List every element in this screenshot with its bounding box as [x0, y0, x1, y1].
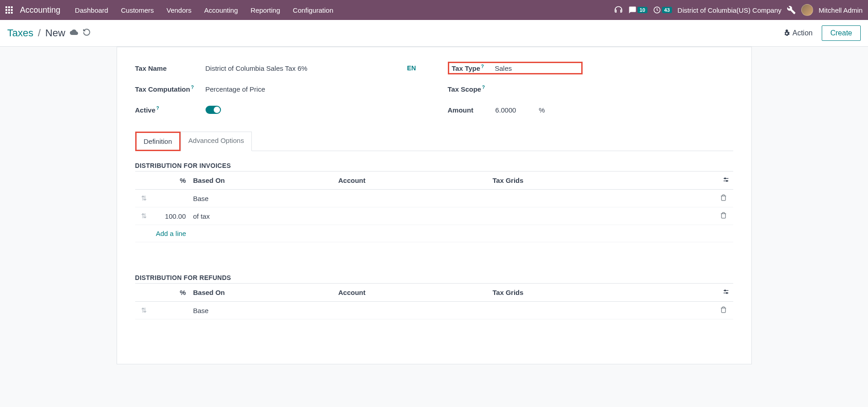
- tax-type-value[interactable]: Sales: [495, 64, 512, 72]
- messages-badge: 10: [638, 7, 647, 13]
- activities-badge: 43: [662, 7, 672, 13]
- nav-menu: Dashboard Customers Vendors Accounting R…: [69, 3, 338, 18]
- tax-type-label: Tax Type?: [452, 64, 495, 72]
- messages-icon[interactable]: 10: [628, 6, 647, 14]
- tab-advanced[interactable]: Advanced Options: [181, 132, 252, 151]
- nav-configuration[interactable]: Configuration: [287, 3, 338, 18]
- col-percent: %: [153, 172, 190, 190]
- col-based-on: Based On: [190, 172, 335, 190]
- table-row[interactable]: ⇅ Base: [135, 190, 733, 207]
- row-based-on[interactable]: Base: [190, 302, 335, 319]
- refunds-section-title: DISTRIBUTION FOR REFUNDS: [135, 274, 733, 284]
- row-tax-grids[interactable]: [489, 190, 711, 207]
- col-account: Account: [335, 284, 489, 302]
- col-based-on: Based On: [190, 284, 335, 302]
- svg-point-4: [726, 180, 727, 181]
- activities-icon[interactable]: 43: [653, 6, 672, 14]
- row-account[interactable]: [335, 190, 489, 207]
- col-percent: %: [153, 284, 190, 302]
- help-icon[interactable]: ?: [157, 106, 159, 111]
- tax-computation-value[interactable]: Percentage of Price: [206, 85, 265, 93]
- amount-unit: %: [539, 106, 544, 114]
- control-panel: Taxes / New Action Create: [0, 20, 868, 47]
- drag-handle-icon[interactable]: ⇅: [135, 190, 153, 207]
- row-tax-grids[interactable]: [489, 302, 711, 319]
- row-account[interactable]: [335, 207, 489, 225]
- form-sheet: Tax Name District of Columbia Sales Tax …: [117, 47, 752, 364]
- svg-point-3: [724, 178, 726, 179]
- discard-icon[interactable]: [83, 28, 91, 38]
- col-account: Account: [335, 172, 489, 190]
- delete-row-icon[interactable]: [720, 195, 727, 202]
- drag-handle-icon[interactable]: ⇅: [135, 207, 153, 225]
- create-button[interactable]: Create: [822, 25, 861, 41]
- debug-icon[interactable]: [787, 5, 796, 15]
- breadcrumb-sep: /: [38, 27, 41, 39]
- invoices-section-title: DISTRIBUTION FOR INVOICES: [135, 162, 733, 172]
- apps-icon[interactable]: [5, 6, 13, 14]
- breadcrumb-current: New: [45, 27, 65, 39]
- action-label: Action: [793, 29, 813, 37]
- delete-row-icon[interactable]: [720, 307, 727, 314]
- breadcrumb-parent[interactable]: Taxes: [7, 27, 33, 39]
- breadcrumb: Taxes / New: [7, 27, 65, 39]
- active-label: Active?: [135, 106, 206, 114]
- refunds-table: % Based On Account Tax Grids ⇅ Base: [135, 284, 733, 319]
- row-tax-grids[interactable]: [489, 207, 711, 225]
- save-cloud-icon[interactable]: [70, 28, 78, 38]
- active-toggle[interactable]: [206, 106, 221, 114]
- support-icon[interactable]: [614, 5, 623, 15]
- help-icon[interactable]: ?: [191, 85, 194, 90]
- nav-accounting[interactable]: Accounting: [199, 3, 243, 18]
- svg-point-7: [724, 290, 726, 291]
- amount-value[interactable]: 6.0000: [495, 106, 516, 114]
- row-account[interactable]: [335, 302, 489, 319]
- drag-handle-icon[interactable]: ⇅: [135, 302, 153, 319]
- tax-name-value[interactable]: District of Columbia Sales Tax 6%: [206, 64, 308, 72]
- delete-row-icon[interactable]: [720, 212, 727, 220]
- table-options-icon[interactable]: [722, 289, 730, 297]
- invoices-table: % Based On Account Tax Grids ⇅ Base: [135, 172, 733, 242]
- action-menu[interactable]: Action: [783, 29, 813, 37]
- nav-dashboard[interactable]: Dashboard: [69, 3, 113, 18]
- user-avatar[interactable]: [801, 4, 813, 16]
- help-icon[interactable]: ?: [481, 64, 484, 69]
- app-name[interactable]: Accounting: [20, 5, 60, 15]
- table-options-icon[interactable]: [722, 177, 730, 185]
- svg-point-8: [726, 292, 727, 294]
- lang-badge[interactable]: EN: [407, 64, 416, 72]
- tax-scope-label: Tax Scope?: [448, 85, 495, 93]
- help-icon[interactable]: ?: [482, 85, 485, 90]
- table-row[interactable]: ⇅ 100.00 of tax: [135, 207, 733, 225]
- row-percent[interactable]: 100.00: [153, 207, 190, 225]
- amount-label: Amount: [448, 106, 495, 114]
- nav-customers[interactable]: Customers: [115, 3, 159, 18]
- add-line-button[interactable]: Add a line: [135, 225, 733, 242]
- row-based-on[interactable]: of tax: [190, 207, 335, 225]
- row-based-on[interactable]: Base: [190, 190, 335, 207]
- row-percent[interactable]: [153, 190, 190, 207]
- tax-computation-label: Tax Computation?: [135, 85, 206, 93]
- company-selector[interactable]: District of Columbia(US) Company: [677, 6, 781, 14]
- col-tax-grids: Tax Grids: [489, 284, 711, 302]
- main-navbar: Accounting Dashboard Customers Vendors A…: [0, 0, 868, 20]
- nav-reporting[interactable]: Reporting: [245, 3, 285, 18]
- tax-name-label: Tax Name: [135, 64, 206, 72]
- tab-definition[interactable]: Definition: [135, 132, 181, 151]
- col-tax-grids: Tax Grids: [489, 172, 711, 190]
- row-percent[interactable]: [153, 302, 190, 319]
- form-tabs: Definition Advanced Options: [135, 132, 733, 151]
- user-name[interactable]: Mitchell Admin: [819, 6, 863, 14]
- table-row[interactable]: ⇅ Base: [135, 302, 733, 319]
- nav-vendors[interactable]: Vendors: [161, 3, 197, 18]
